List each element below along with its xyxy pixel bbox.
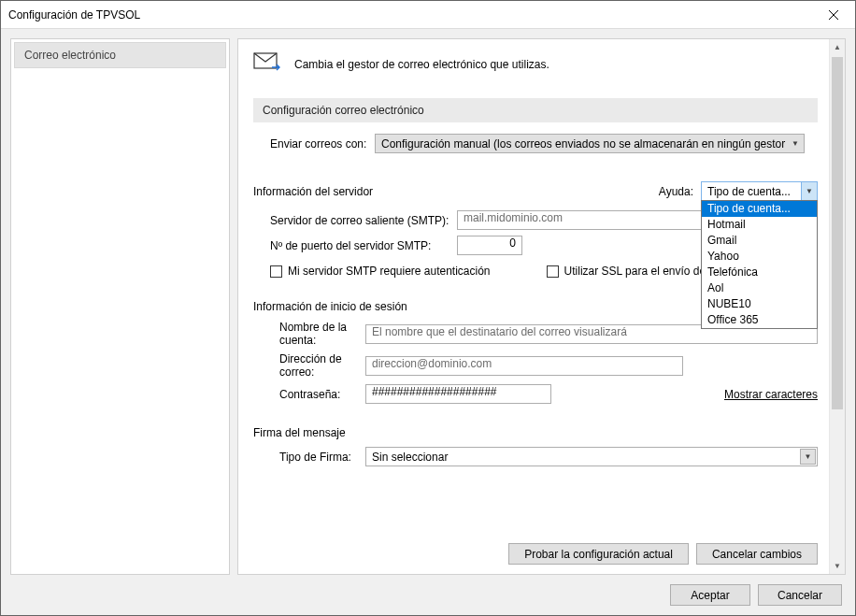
sidebar-item-email[interactable]: Correo electrónico xyxy=(14,42,226,68)
content-pane: Cambia el gestor de correo electrónico q… xyxy=(237,38,846,575)
email-row: Dirección de correo: direccion@dominio.c… xyxy=(253,352,818,379)
columns: Correo electrónico Cambia el gestor xyxy=(10,38,846,575)
send-with-label: Enviar correos con: xyxy=(270,137,375,150)
footer-buttons: Aceptar Cancelar xyxy=(10,575,846,608)
content-header: Cambia el gestor de correo electrónico q… xyxy=(253,52,818,76)
help-option-office365[interactable]: Office 365 xyxy=(702,312,817,328)
close-button[interactable] xyxy=(812,1,855,29)
test-config-label: Probar la configuración actual xyxy=(524,548,673,561)
signature-type-row: Tipo de Firma: Sin seleccionar ▼ xyxy=(253,447,818,466)
scroll-up-arrow-icon[interactable]: ▲ xyxy=(830,39,845,55)
scroll-thumb[interactable] xyxy=(832,57,843,409)
sidebar-item-label: Correo electrónico xyxy=(24,49,116,62)
section-email-config: Configuración correo electrónico xyxy=(253,98,818,122)
smtp-server-label: Servidor de correo saliente (SMTP): xyxy=(270,214,457,227)
vertical-scrollbar[interactable]: ▲ ▼ xyxy=(829,39,845,574)
smtp-port-input[interactable]: 0 xyxy=(457,236,522,255)
server-info-header: Información del servidor Ayuda: Tipo de … xyxy=(253,181,818,201)
config-window: Configuración de TPVSOL Correo electróni… xyxy=(0,0,856,616)
email-label: Dirección de correo: xyxy=(253,352,365,379)
content: Cambia el gestor de correo electrónico q… xyxy=(238,39,829,574)
account-name-label: Nombre de la cuenta: xyxy=(253,321,365,347)
scroll-down-arrow-icon[interactable]: ▼ xyxy=(830,558,845,574)
help-option-telefonica[interactable]: Telefónica xyxy=(702,265,817,280)
auth-checkbox-group[interactable]: Mi servidor SMTP requiere autenticación xyxy=(270,265,491,278)
help-combo-value: Tipo de cuenta... xyxy=(707,185,791,198)
help-option-tipo[interactable]: Tipo de cuenta... xyxy=(702,201,817,217)
help-option-gmail[interactable]: Gmail xyxy=(702,233,817,249)
help-label: Ayuda: xyxy=(659,185,693,198)
help-combo-wrap: Tipo de cuenta... ▼ Tipo de cuenta... Ho… xyxy=(701,181,818,201)
section-title: Configuración correo electrónico xyxy=(263,104,424,117)
send-with-select[interactable]: Configuración manual (los correos enviad… xyxy=(375,134,805,153)
signature-type-label: Tipo de Firma: xyxy=(253,451,365,464)
email-input[interactable]: direccion@dominio.com xyxy=(365,356,683,376)
titlebar: Configuración de TPVSOL xyxy=(1,1,855,29)
help-option-nube10[interactable]: NUBE10 xyxy=(702,296,817,312)
scroll-track[interactable] xyxy=(830,55,845,558)
help-combo[interactable]: Tipo de cuenta... ▼ xyxy=(701,181,818,201)
send-with-value: Configuración manual (los correos enviad… xyxy=(381,137,788,150)
sidebar: Correo electrónico xyxy=(10,38,230,575)
cancel-button[interactable]: Cancelar xyxy=(758,584,842,606)
window-title: Configuración de TPVSOL xyxy=(8,8,140,21)
cancel-changes-label: Cancelar cambios xyxy=(712,548,802,561)
signature-type-value: Sin seleccionar xyxy=(372,451,448,464)
signature-type-select[interactable]: Sin seleccionar ▼ xyxy=(365,447,818,466)
ok-button[interactable]: Aceptar xyxy=(670,584,750,606)
ssl-checkbox[interactable] xyxy=(547,265,559,278)
test-config-button[interactable]: Probar la configuración actual xyxy=(508,543,689,565)
window-body: Correo electrónico Cambia el gestor xyxy=(1,29,855,615)
cancel-label: Cancelar xyxy=(778,589,822,602)
send-with-row: Enviar correos con: Configuración manual… xyxy=(253,134,818,153)
help-option-aol[interactable]: Aol xyxy=(702,280,817,296)
signature-title: Firma del mensaje xyxy=(253,426,818,439)
chevron-down-icon: ▼ xyxy=(788,136,802,151)
password-input[interactable]: #################### xyxy=(365,384,551,404)
server-info-title: Información del servidor xyxy=(253,185,373,198)
close-icon xyxy=(829,10,838,20)
help-option-hotmail[interactable]: Hotmail xyxy=(702,217,817,233)
auth-checkbox-label: Mi servidor SMTP requiere autenticación xyxy=(288,265,491,278)
inner-buttons: Probar la configuración actual Cancelar … xyxy=(253,534,818,565)
ok-label: Aceptar xyxy=(691,589,729,602)
password-row: Contraseña: #################### Mostrar… xyxy=(253,384,818,404)
cancel-changes-button[interactable]: Cancelar cambios xyxy=(696,543,818,565)
help-option-yahoo[interactable]: Yahoo xyxy=(702,249,817,265)
header-description: Cambia el gestor de correo electrónico q… xyxy=(294,58,549,71)
smtp-port-label: Nº de puerto del servidor SMTP: xyxy=(270,239,457,252)
chevron-down-icon: ▼ xyxy=(801,182,817,200)
help-dropdown: Tipo de cuenta... Hotmail Gmail Yahoo Te… xyxy=(701,200,818,329)
envelope-icon xyxy=(253,52,281,76)
chevron-down-icon: ▼ xyxy=(800,449,816,465)
show-characters-link[interactable]: Mostrar caracteres xyxy=(724,388,818,401)
auth-checkbox[interactable] xyxy=(270,265,282,278)
help-group: Ayuda: Tipo de cuenta... ▼ Tipo de cuent… xyxy=(659,181,818,201)
password-label: Contraseña: xyxy=(253,388,365,401)
